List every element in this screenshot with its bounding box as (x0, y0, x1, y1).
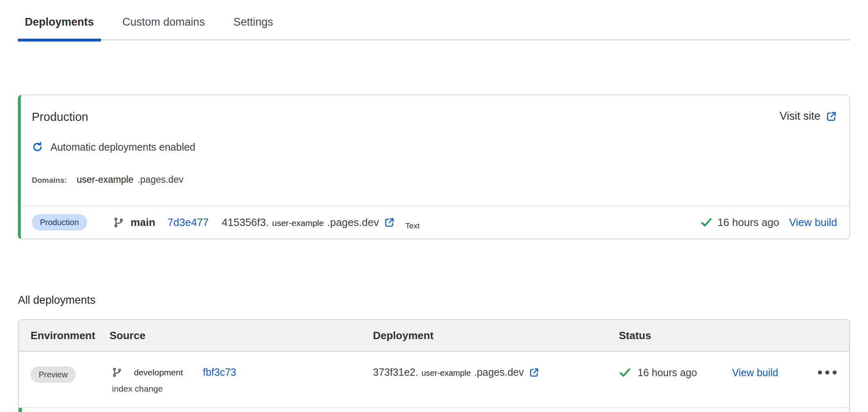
check-icon (619, 366, 631, 379)
domains-row: Domains: user-example .pages.dev (32, 174, 849, 186)
deployment-url-hash: 415356f3. (222, 216, 269, 229)
external-link-icon (529, 367, 539, 378)
external-link-icon (826, 111, 837, 122)
all-deployments-title: All deployments (18, 294, 850, 306)
view-build-link[interactable]: View build (732, 367, 778, 379)
deployment-url-name: user-example (272, 218, 324, 228)
domain-name: user-example (77, 174, 134, 185)
note-text: Text (406, 221, 420, 230)
visit-site-label: Visit site (780, 110, 820, 123)
branch-name: main (131, 216, 156, 229)
deploy-time: 16 hours ago (717, 216, 779, 229)
column-header-source: Source (110, 329, 373, 342)
git-branch-icon (112, 367, 122, 377)
deployment-url-link[interactable]: 373f31e2. user-example .pages.dev (373, 366, 619, 378)
auto-deployments-text: Automatic deployments enabled (50, 141, 195, 153)
production-deployment-row: Production main 7d3e477 415356f3. user-e… (21, 206, 849, 239)
production-status-group: 16 hours ago View build (700, 216, 837, 229)
row-menu-button[interactable] (817, 368, 837, 377)
column-header-deployment: Deployment (373, 329, 619, 342)
status-cell: 16 hours ago View build (619, 366, 849, 379)
view-build-link[interactable]: View build (789, 216, 837, 229)
next-row-accent-bar (19, 408, 22, 412)
deployment-cell: 373f31e2. user-example .pages.dev (373, 366, 619, 378)
column-header-environment: Environment (19, 329, 110, 342)
production-title: Production (32, 110, 88, 124)
auto-deployments-row: Automatic deployments enabled (32, 141, 849, 153)
production-card: Production Visit site Automa (18, 94, 850, 239)
deployment-url-hash: 373f31e2. (373, 366, 418, 378)
deployments-page: Deployments Custom domains Settings Prod… (0, 0, 868, 412)
refresh-icon (32, 141, 43, 153)
commit-link[interactable]: 7d3e477 (167, 216, 208, 229)
tab-custom-domains[interactable]: Custom domains (116, 15, 212, 39)
column-header-status: Status (619, 329, 849, 342)
tabs-bar: Deployments Custom domains Settings (18, 0, 850, 40)
environment-cell: Preview (19, 366, 110, 383)
domains-label: Domains: (32, 175, 67, 186)
git-branch-icon (113, 217, 124, 228)
external-link-icon (384, 217, 395, 228)
environment-badge-preview: Preview (31, 366, 76, 383)
deployment-url-link[interactable]: 415356f3. user-example .pages.dev (222, 216, 395, 229)
source-cell: development fbf3c73 index change (110, 366, 373, 394)
table-row: Preview development fbf3c73 (19, 352, 849, 408)
visit-site-link[interactable]: Visit site (780, 110, 837, 123)
deployment-url-suffix: .pages.dev (327, 216, 379, 229)
environment-badge-production: Production (32, 214, 87, 230)
check-icon (700, 216, 712, 228)
commit-message: index change (112, 384, 373, 394)
deployment-url-suffix: .pages.dev (474, 366, 524, 378)
all-deployments-table: Environment Source Deployment Status Pre… (18, 319, 850, 412)
domain-suffix: .pages.dev (138, 174, 184, 185)
tab-settings[interactable]: Settings (226, 15, 280, 39)
branch-name: development (134, 368, 183, 377)
table-header-row: Environment Source Deployment Status (19, 320, 849, 352)
deploy-time: 16 hours ago (638, 367, 697, 379)
production-card-header: Production Visit site (21, 95, 849, 124)
deployment-url-name: user-example (421, 368, 471, 378)
tab-deployments[interactable]: Deployments (18, 15, 101, 39)
commit-link[interactable]: fbf3c73 (203, 366, 236, 378)
